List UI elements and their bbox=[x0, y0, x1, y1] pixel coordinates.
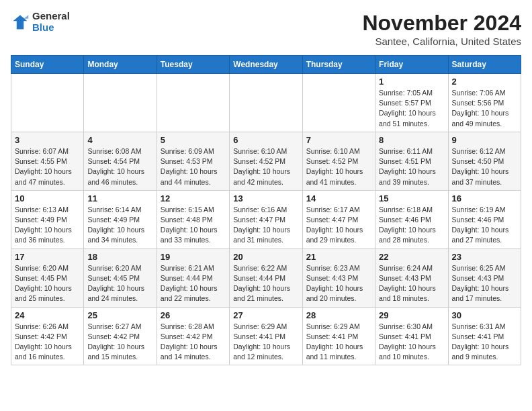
calendar-cell: 17Sunrise: 6:20 AM Sunset: 4:45 PM Dayli… bbox=[11, 248, 84, 307]
calendar-cell bbox=[11, 74, 84, 132]
day-info: Sunrise: 6:28 AM Sunset: 4:42 PM Dayligh… bbox=[161, 322, 226, 363]
day-info: Sunrise: 6:27 AM Sunset: 4:42 PM Dayligh… bbox=[87, 322, 152, 363]
calendar-cell: 6Sunrise: 6:10 AM Sunset: 4:52 PM Daylig… bbox=[230, 132, 302, 190]
day-info: Sunrise: 6:21 AM Sunset: 4:44 PM Dayligh… bbox=[161, 263, 226, 304]
calendar-cell: 18Sunrise: 6:20 AM Sunset: 4:45 PM Dayli… bbox=[84, 248, 157, 307]
calendar-cell: 19Sunrise: 6:21 AM Sunset: 4:44 PM Dayli… bbox=[157, 248, 229, 307]
calendar-cell: 20Sunrise: 6:22 AM Sunset: 4:44 PM Dayli… bbox=[230, 248, 302, 307]
svg-marker-0 bbox=[13, 15, 28, 29]
day-number: 12 bbox=[161, 193, 226, 203]
day-number: 17 bbox=[15, 252, 80, 262]
title-block: November 2024 Santee, California, United… bbox=[362, 11, 521, 47]
calendar-cell: 29Sunrise: 6:30 AM Sunset: 4:41 PM Dayli… bbox=[375, 307, 448, 365]
day-info: Sunrise: 6:20 AM Sunset: 4:45 PM Dayligh… bbox=[15, 263, 80, 304]
calendar-cell: 12Sunrise: 6:15 AM Sunset: 4:48 PM Dayli… bbox=[157, 190, 229, 248]
calendar-table: SundayMondayTuesdayWednesdayThursdayFrid… bbox=[11, 55, 521, 365]
day-number: 10 bbox=[15, 193, 80, 203]
calendar-cell: 22Sunrise: 6:24 AM Sunset: 4:43 PM Dayli… bbox=[375, 248, 448, 307]
day-info: Sunrise: 6:17 AM Sunset: 4:47 PM Dayligh… bbox=[306, 205, 371, 246]
day-info: Sunrise: 6:18 AM Sunset: 4:46 PM Dayligh… bbox=[379, 205, 444, 246]
logo: General Blue bbox=[11, 11, 70, 33]
day-number: 24 bbox=[15, 310, 80, 320]
day-number: 13 bbox=[233, 193, 298, 203]
day-info: Sunrise: 6:07 AM Sunset: 4:55 PM Dayligh… bbox=[15, 146, 80, 187]
day-number: 4 bbox=[87, 135, 152, 145]
day-info: Sunrise: 7:06 AM Sunset: 5:56 PM Dayligh… bbox=[452, 88, 517, 129]
day-info: Sunrise: 6:29 AM Sunset: 4:41 PM Dayligh… bbox=[233, 322, 298, 363]
calendar-cell: 28Sunrise: 6:29 AM Sunset: 4:41 PM Dayli… bbox=[302, 307, 375, 365]
day-number: 29 bbox=[379, 310, 444, 320]
calendar-cell bbox=[230, 74, 302, 132]
header-sunday: Sunday bbox=[11, 56, 84, 74]
day-number: 20 bbox=[233, 252, 298, 262]
day-info: Sunrise: 6:15 AM Sunset: 4:48 PM Dayligh… bbox=[161, 205, 226, 246]
day-info: Sunrise: 6:14 AM Sunset: 4:49 PM Dayligh… bbox=[87, 205, 152, 246]
calendar-cell: 25Sunrise: 6:27 AM Sunset: 4:42 PM Dayli… bbox=[84, 307, 157, 365]
svg-marker-1 bbox=[24, 15, 28, 18]
calendar-cell: 15Sunrise: 6:18 AM Sunset: 4:46 PM Dayli… bbox=[375, 190, 448, 248]
calendar-cell: 4Sunrise: 6:08 AM Sunset: 4:54 PM Daylig… bbox=[84, 132, 157, 190]
header-saturday: Saturday bbox=[448, 56, 521, 74]
calendar-week-row: 3Sunrise: 6:07 AM Sunset: 4:55 PM Daylig… bbox=[11, 132, 521, 190]
day-number: 27 bbox=[233, 310, 298, 320]
day-number: 28 bbox=[306, 310, 371, 320]
day-number: 2 bbox=[452, 77, 517, 87]
day-number: 5 bbox=[161, 135, 226, 145]
calendar-cell bbox=[84, 74, 157, 132]
logo-general-text: General bbox=[32, 11, 70, 22]
day-info: Sunrise: 6:10 AM Sunset: 4:52 PM Dayligh… bbox=[306, 146, 371, 187]
day-info: Sunrise: 6:16 AM Sunset: 4:47 PM Dayligh… bbox=[233, 205, 298, 246]
calendar-week-row: 1Sunrise: 7:05 AM Sunset: 5:57 PM Daylig… bbox=[11, 74, 521, 132]
calendar-title: November 2024 bbox=[362, 11, 521, 36]
calendar-cell: 24Sunrise: 6:26 AM Sunset: 4:42 PM Dayli… bbox=[11, 307, 84, 365]
day-number: 14 bbox=[306, 193, 371, 203]
day-number: 8 bbox=[379, 135, 444, 145]
calendar-cell: 27Sunrise: 6:29 AM Sunset: 4:41 PM Dayli… bbox=[230, 307, 302, 365]
day-info: Sunrise: 6:13 AM Sunset: 4:49 PM Dayligh… bbox=[15, 205, 80, 246]
day-info: Sunrise: 6:09 AM Sunset: 4:53 PM Dayligh… bbox=[161, 146, 226, 187]
calendar-header-row: SundayMondayTuesdayWednesdayThursdayFrid… bbox=[11, 56, 521, 74]
calendar-cell: 16Sunrise: 6:19 AM Sunset: 4:46 PM Dayli… bbox=[448, 190, 521, 248]
day-number: 3 bbox=[15, 135, 80, 145]
day-info: Sunrise: 6:08 AM Sunset: 4:54 PM Dayligh… bbox=[87, 146, 152, 187]
calendar-cell: 3Sunrise: 6:07 AM Sunset: 4:55 PM Daylig… bbox=[11, 132, 84, 190]
calendar-cell: 10Sunrise: 6:13 AM Sunset: 4:49 PM Dayli… bbox=[11, 190, 84, 248]
day-number: 9 bbox=[452, 135, 517, 145]
day-info: Sunrise: 6:23 AM Sunset: 4:43 PM Dayligh… bbox=[306, 263, 371, 304]
day-number: 19 bbox=[161, 252, 226, 262]
day-info: Sunrise: 7:05 AM Sunset: 5:57 PM Dayligh… bbox=[379, 88, 444, 129]
header-monday: Monday bbox=[84, 56, 157, 74]
calendar-cell: 30Sunrise: 6:31 AM Sunset: 4:41 PM Dayli… bbox=[448, 307, 521, 365]
calendar-cell: 14Sunrise: 6:17 AM Sunset: 4:47 PM Dayli… bbox=[302, 190, 375, 248]
day-info: Sunrise: 6:31 AM Sunset: 4:41 PM Dayligh… bbox=[452, 322, 517, 363]
calendar-week-row: 24Sunrise: 6:26 AM Sunset: 4:42 PM Dayli… bbox=[11, 307, 521, 365]
page-header: General Blue November 2024 Santee, Calif… bbox=[11, 11, 521, 47]
day-info: Sunrise: 6:10 AM Sunset: 4:52 PM Dayligh… bbox=[233, 146, 298, 187]
header-tuesday: Tuesday bbox=[157, 56, 229, 74]
day-number: 15 bbox=[379, 193, 444, 203]
day-number: 25 bbox=[87, 310, 152, 320]
day-number: 30 bbox=[452, 310, 517, 320]
day-number: 22 bbox=[379, 252, 444, 262]
day-number: 26 bbox=[161, 310, 226, 320]
calendar-cell bbox=[157, 74, 229, 132]
calendar-cell: 5Sunrise: 6:09 AM Sunset: 4:53 PM Daylig… bbox=[157, 132, 229, 190]
logo-text: General Blue bbox=[32, 11, 70, 33]
header-wednesday: Wednesday bbox=[230, 56, 302, 74]
calendar-cell: 2Sunrise: 7:06 AM Sunset: 5:56 PM Daylig… bbox=[448, 74, 521, 132]
calendar-cell: 23Sunrise: 6:25 AM Sunset: 4:43 PM Dayli… bbox=[448, 248, 521, 307]
calendar-cell: 21Sunrise: 6:23 AM Sunset: 4:43 PM Dayli… bbox=[302, 248, 375, 307]
day-number: 7 bbox=[306, 135, 371, 145]
day-number: 18 bbox=[87, 252, 152, 262]
day-number: 21 bbox=[306, 252, 371, 262]
header-friday: Friday bbox=[375, 56, 448, 74]
calendar-week-row: 17Sunrise: 6:20 AM Sunset: 4:45 PM Dayli… bbox=[11, 248, 521, 307]
day-info: Sunrise: 6:24 AM Sunset: 4:43 PM Dayligh… bbox=[379, 263, 444, 304]
calendar-cell: 8Sunrise: 6:11 AM Sunset: 4:51 PM Daylig… bbox=[375, 132, 448, 190]
day-info: Sunrise: 6:20 AM Sunset: 4:45 PM Dayligh… bbox=[87, 263, 152, 304]
day-info: Sunrise: 6:29 AM Sunset: 4:41 PM Dayligh… bbox=[306, 322, 371, 363]
day-number: 11 bbox=[87, 193, 152, 203]
calendar-cell: 7Sunrise: 6:10 AM Sunset: 4:52 PM Daylig… bbox=[302, 132, 375, 190]
logo-blue-text: Blue bbox=[32, 22, 70, 34]
logo-icon bbox=[11, 13, 30, 32]
